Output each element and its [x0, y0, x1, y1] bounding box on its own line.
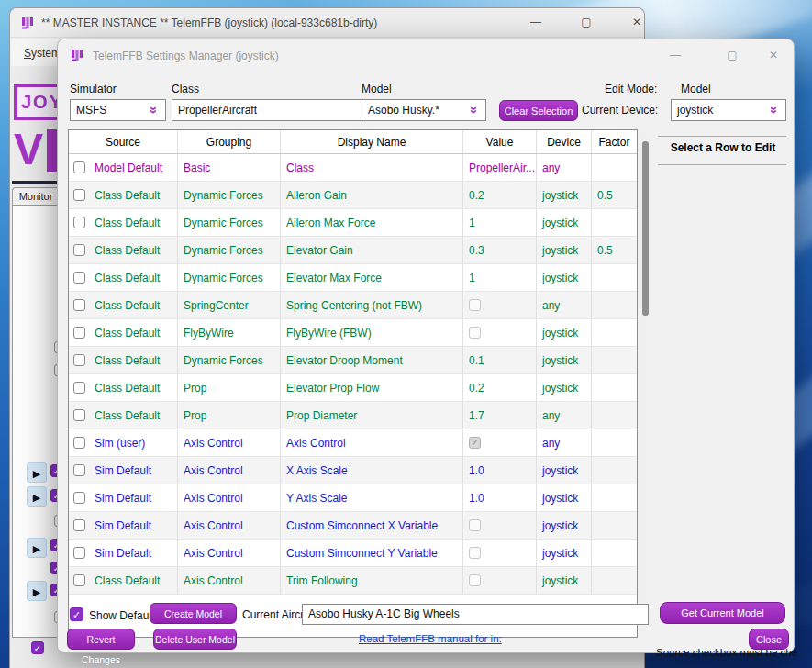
current-device-select[interactable]: joystick » — [671, 99, 786, 121]
clear-selection-button[interactable]: Clear Selection — [499, 100, 578, 121]
source-cell: Sim (user) — [69, 429, 178, 456]
source-checkbox[interactable] — [73, 244, 85, 256]
column-header-grouping[interactable]: Grouping — [178, 130, 281, 153]
table-row[interactable]: Sim (user)Axis ControlAxis Control✓any — [69, 429, 637, 457]
close-icon-button[interactable]: ✕ — [755, 41, 792, 69]
source-checkbox[interactable] — [73, 409, 85, 421]
table-row[interactable]: Class DefaultSpringCenterSpring Centerin… — [69, 292, 637, 319]
table-row[interactable]: Sim DefaultAxis ControlCustom Simconnect… — [69, 540, 637, 567]
table-row[interactable]: Model DefaultBasicClassPropellerAir...an… — [69, 154, 637, 182]
model-select[interactable]: Asobo Husky.* » — [362, 99, 486, 121]
device-cell: joystick — [537, 374, 592, 401]
maximize-button[interactable]: ▢ — [714, 41, 751, 69]
current-aircraft-field[interactable]: Asobo Husky A-1C Big Wheels — [302, 604, 649, 625]
source-checkbox[interactable] — [73, 272, 85, 284]
value-checkbox[interactable] — [469, 547, 481, 559]
table-scrollbar[interactable] — [639, 130, 652, 638]
dialog-titlebar[interactable]: TelemFFB Settings Manager (joystick) — ▢… — [58, 39, 794, 71]
table-row[interactable]: Class DefaultFlyByWireFlyByWire (FBW)joy… — [69, 319, 637, 347]
value-cell: 0.3 — [463, 237, 537, 263]
edit-mode-value: Model — [681, 83, 711, 95]
grouping-cell: Basic — [178, 154, 281, 181]
scrollbar-thumb[interactable] — [642, 141, 649, 316]
source-text: Class Default — [74, 237, 160, 263]
column-header-source[interactable]: Source — [69, 130, 178, 153]
factor-cell — [592, 209, 637, 236]
source-checkbox[interactable] — [73, 519, 85, 531]
column-header-value[interactable]: Value — [463, 130, 537, 153]
create-model-setting-button[interactable]: Create Model Setting — [150, 603, 237, 624]
value-cell — [463, 540, 537, 566]
table-row[interactable]: Class DefaultDynamic ForcesElevator Gain… — [69, 237, 637, 264]
maximize-button[interactable]: ▢ — [566, 8, 606, 37]
column-header-factor[interactable]: Factor — [592, 130, 637, 153]
source-checkbox[interactable] — [73, 354, 85, 366]
device-cell: joystick — [537, 567, 592, 594]
grouping-cell: Dynamic Forces — [178, 237, 281, 263]
v-logo: V — [14, 126, 41, 173]
grouping-cell: Axis Control — [178, 429, 281, 456]
play-button[interactable]: ▶ — [27, 462, 47, 483]
grouping-cell: Dynamic Forces — [178, 209, 281, 236]
value-checkbox[interactable] — [469, 519, 481, 531]
close-button[interactable]: Close — [749, 629, 789, 650]
source-cell: Sim Default — [69, 484, 178, 511]
minimize-button[interactable]: — — [516, 8, 556, 37]
value-checkbox[interactable]: ✓ — [469, 437, 481, 449]
source-text: Sim Default — [74, 484, 151, 511]
main-window-titlebar[interactable]: ** MASTER INSTANCE ** TelemFFB (joystick… — [10, 8, 644, 38]
minimize-button[interactable]: — — [657, 41, 694, 69]
source-checkbox[interactable] — [73, 217, 85, 228]
factor-cell — [592, 402, 637, 429]
source-text: Class Default — [74, 264, 160, 291]
source-cell: Class Default — [69, 292, 178, 318]
value-cell: 1 — [463, 209, 537, 236]
enabled-checkbox[interactable]: ✓ — [31, 641, 44, 654]
source-checkbox[interactable] — [73, 464, 85, 476]
column-header-display-name[interactable]: Display Name — [281, 130, 463, 153]
table-row[interactable]: Class DefaultAxis ControlTrim Followingj… — [69, 567, 637, 595]
table-row[interactable]: Class DefaultDynamic ForcesElevator Max … — [69, 264, 637, 292]
source-checkbox[interactable] — [73, 547, 85, 559]
source-checkbox[interactable] — [73, 492, 85, 504]
source-checkbox[interactable] — [73, 437, 85, 449]
play-button[interactable]: ▶ — [27, 538, 47, 558]
value-checkbox[interactable] — [469, 299, 481, 311]
value-checkbox[interactable] — [469, 327, 481, 339]
value-checkbox[interactable] — [469, 574, 481, 586]
get-current-model-button[interactable]: Get Current Model — [660, 602, 785, 624]
table-row[interactable]: Class DefaultPropElevator Prop Flow0.2jo… — [69, 374, 637, 402]
table-row[interactable]: Class DefaultPropProp Diameter1.7any — [69, 402, 637, 429]
manual-link[interactable]: Read TelemFFB manual for in: — [359, 633, 502, 644]
source-cell: Class Default — [69, 319, 178, 346]
close-button[interactable]: ✕ — [617, 8, 657, 37]
source-checkbox[interactable] — [73, 382, 85, 394]
column-header-device[interactable]: Device — [537, 130, 592, 153]
grouping-cell: Prop — [178, 402, 281, 429]
source-checkbox[interactable] — [73, 189, 85, 201]
tab-monitor[interactable]: Monitor — [12, 187, 60, 206]
revert-changes-button[interactable]: Revert Changes — [67, 629, 135, 650]
play-button[interactable]: ▶ — [27, 486, 47, 507]
show-defaults-checkbox[interactable]: ✓ — [70, 607, 83, 621]
device-cell: joystick — [537, 264, 592, 291]
delete-user-model-button[interactable]: Delete User Model — [153, 629, 237, 650]
table-row[interactable]: Class DefaultDynamic ForcesElevator Droo… — [69, 347, 637, 374]
play-button[interactable]: ▶ — [27, 581, 47, 601]
table-row[interactable]: Sim DefaultAxis ControlCustom Simconnect… — [69, 512, 637, 540]
divider — [658, 136, 786, 137]
table-row[interactable]: Class DefaultDynamic ForcesAileron Gain0… — [69, 182, 637, 209]
class-select[interactable]: PropellerAircraft » — [172, 99, 392, 121]
source-cell: Class Default — [69, 182, 178, 208]
source-checkbox[interactable] — [73, 161, 85, 173]
factor-cell — [592, 429, 637, 456]
current-device-label: Current Device: — [582, 104, 658, 117]
simulator-select[interactable]: MSFS » — [70, 99, 166, 121]
table-row[interactable]: Sim DefaultAxis ControlX Axis Scale1.0jo… — [69, 457, 637, 484]
source-checkbox[interactable] — [73, 574, 85, 586]
source-checkbox[interactable] — [73, 327, 85, 339]
table-row[interactable]: Sim DefaultAxis ControlY Axis Scale1.0jo… — [69, 484, 637, 512]
source-checkbox[interactable] — [73, 299, 85, 311]
device-cell: joystick — [537, 484, 592, 511]
table-row[interactable]: Class DefaultDynamic ForcesAileron Max F… — [69, 209, 637, 237]
